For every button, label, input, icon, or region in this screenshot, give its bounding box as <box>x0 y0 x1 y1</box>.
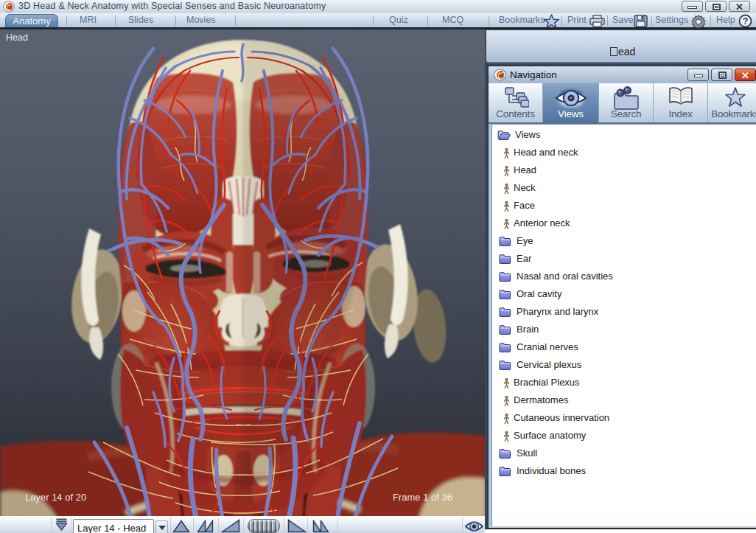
svg-text:?: ? <box>743 16 749 27</box>
